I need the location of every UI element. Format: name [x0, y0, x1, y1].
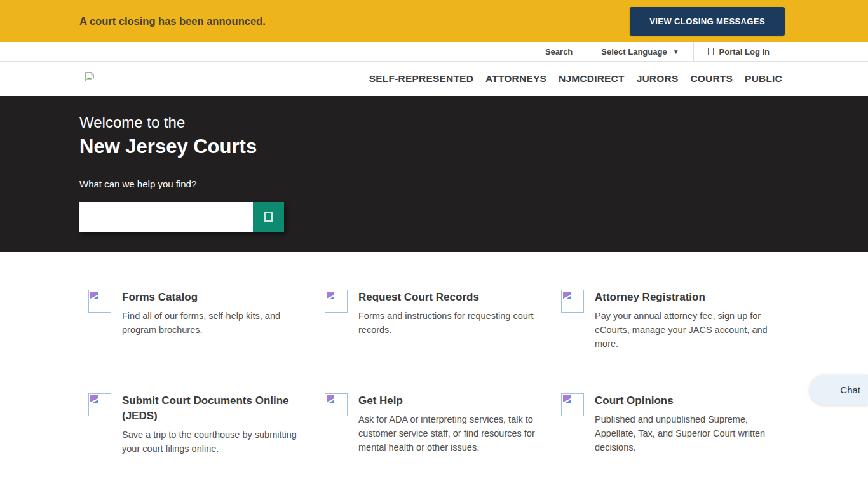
card-title: Forms Catalog [122, 290, 300, 305]
view-closing-messages-button[interactable]: VIEW CLOSING MESSAGES [630, 7, 785, 36]
card-description: Published and unpublished Supreme, Appel… [595, 412, 773, 454]
broken-image-icon [325, 393, 348, 416]
portal-login-link[interactable]: Portal Log In [693, 42, 783, 61]
quick-links-section: Forms Catalog Find all of our forms, sel… [0, 252, 868, 488]
nav-attorneys[interactable]: ATTORNEYS [485, 73, 546, 85]
site-logo-link[interactable] [85, 72, 95, 86]
card-title: Submit Court Documents Online (JEDS) [122, 393, 300, 424]
card-get-help[interactable]: Get Help Ask for ADA or interpreting ser… [316, 393, 552, 454]
language-selector-label: Select Language [601, 47, 667, 57]
court-closing-alert-banner: A court closing has been announced. VIEW… [0, 0, 868, 42]
nav-jurors[interactable]: JURORS [637, 73, 679, 85]
broken-image-icon [325, 290, 348, 313]
nav-public[interactable]: PUBLIC [745, 73, 782, 85]
hero-search-prompt: What can we help you find? [79, 179, 868, 189]
card-court-opinions[interactable]: Court Opinions Published and unpublished… [552, 393, 789, 454]
quick-links-grid: Forms Catalog Find all of our forms, sel… [79, 290, 789, 488]
card-title: Attorney Registration [595, 290, 773, 305]
search-submit-button[interactable] [253, 202, 284, 232]
primary-nav: SELF-REPRESENTED ATTORNEYS NJMCDIRECT JU… [369, 73, 782, 85]
broken-image-icon [561, 290, 584, 313]
nav-njmcdirect[interactable]: NJMCDIRECT [559, 73, 625, 85]
nav-courts[interactable]: COURTS [690, 73, 733, 85]
card-description: Save a trip to the courthouse by submitt… [122, 428, 300, 456]
search-icon [264, 212, 273, 222]
card-title: Request Court Records [358, 290, 536, 305]
alert-message: A court closing has been announced. [79, 15, 266, 27]
card-description: Pay your annual attorney fee, sign up fo… [595, 309, 773, 351]
card-submit-court-documents-jeds[interactable]: Submit Court Documents Online (JEDS) Sav… [79, 393, 316, 456]
site-header: SELF-REPRESENTED ATTORNEYS NJMCDIRECT JU… [0, 62, 868, 96]
nav-self-represented[interactable]: SELF-REPRESENTED [369, 73, 473, 85]
card-description: Find all of our forms, self-help kits, a… [122, 309, 300, 337]
chevron-down-icon: ▼ [673, 48, 679, 55]
site-search-input[interactable] [79, 202, 253, 232]
card-title: Get Help [358, 393, 536, 409]
utility-search-button[interactable]: Search [520, 42, 587, 61]
broken-image-icon [88, 393, 111, 416]
broken-image-icon [88, 290, 111, 313]
broken-image-icon [561, 393, 584, 416]
page-title: New Jersey Courts [79, 135, 868, 158]
search-icon [534, 48, 539, 55]
utility-bar: Search Select Language ▼ Portal Log In [0, 42, 868, 62]
person-icon [708, 48, 714, 55]
hero-welcome-line: Welcome to the [79, 114, 868, 132]
hero-search-form [79, 202, 284, 232]
utility-search-label: Search [545, 47, 573, 57]
language-selector[interactable]: Select Language ▼ [587, 42, 693, 61]
portal-login-label: Portal Log In [719, 47, 770, 57]
card-request-court-records[interactable]: Request Court Records Forms and instruct… [316, 290, 552, 337]
card-attorney-registration[interactable]: Attorney Registration Pay your annual at… [552, 290, 789, 351]
hero-section: Welcome to the New Jersey Courts What ca… [0, 96, 868, 252]
card-forms-catalog[interactable]: Forms Catalog Find all of our forms, sel… [79, 290, 316, 337]
broken-image-icon [85, 72, 95, 86]
card-description: Forms and instructions for requesting co… [358, 309, 536, 337]
card-description: Ask for ADA or interpreting services, ta… [358, 412, 536, 454]
chat-button[interactable]: Chat [810, 375, 868, 405]
card-title: Court Opinions [595, 393, 773, 409]
